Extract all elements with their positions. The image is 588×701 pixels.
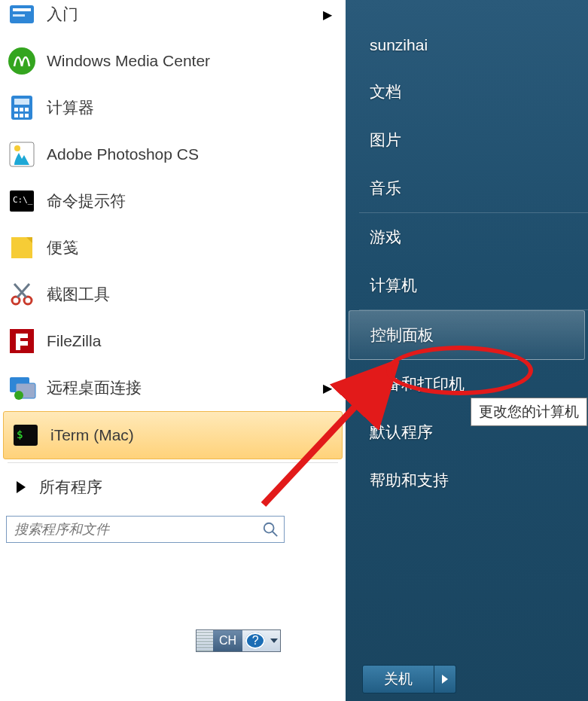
svg-rect-8 [20, 108, 23, 111]
language-bar[interactable]: CH ? [196, 629, 281, 652]
program-item-calculator[interactable]: 计算器 [0, 84, 346, 131]
grip-icon[interactable] [197, 630, 213, 651]
program-label: 远程桌面连接 [47, 377, 323, 398]
svg-rect-9 [25, 108, 29, 111]
program-label: 命令提示符 [47, 190, 340, 212]
wmc-icon [6, 45, 38, 77]
right-item-help[interactable]: 帮助和支持 [346, 456, 588, 504]
svg-rect-11 [20, 114, 23, 117]
help-icon[interactable]: ? [245, 632, 265, 649]
program-item-iterm[interactable]: $ iTerm (Mac) [3, 411, 343, 459]
rdp-icon [6, 372, 38, 404]
svg-rect-17 [11, 237, 32, 258]
search-box[interactable] [6, 516, 285, 543]
svg-rect-10 [14, 114, 18, 117]
separator [8, 462, 338, 463]
right-item-pictures[interactable]: 图片 [346, 116, 588, 164]
right-user[interactable]: sunzihai [346, 23, 588, 68]
svg-line-27 [273, 532, 277, 536]
program-item-photoshop[interactable]: Adobe Photoshop CS [0, 131, 346, 178]
program-item-rdp[interactable]: 远程桌面连接 ▶ [0, 364, 346, 411]
program-item-snip[interactable]: 截图工具 [0, 271, 346, 318]
program-item-filezilla[interactable]: FileZilla [0, 318, 346, 364]
snip-icon [6, 279, 38, 310]
iterm-icon: $ [10, 419, 41, 451]
tooltip: 更改您的计算机 [471, 398, 587, 426]
program-label: 截图工具 [47, 284, 340, 305]
start-menu-left: UC浏览器 入门 ▶ Windows Media Center 计算器 [0, 0, 346, 701]
svg-rect-2 [13, 8, 31, 11]
svg-point-26 [264, 523, 274, 533]
intro-icon [6, 0, 38, 30]
dropdown-icon[interactable] [268, 630, 280, 651]
program-item-wmc[interactable]: Windows Media Center [0, 38, 346, 84]
right-item-documents[interactable]: 文档 [346, 68, 588, 116]
program-item-intro[interactable]: 入门 ▶ [0, 0, 346, 38]
program-label: Adobe Photoshop CS [47, 145, 340, 163]
program-label: Windows Media Center [47, 52, 340, 70]
svg-text:$: $ [17, 428, 23, 440]
svg-rect-12 [25, 114, 29, 117]
right-item-control-panel[interactable]: 控制面板 [349, 310, 585, 360]
svg-text:C:\_: C:\_ [13, 195, 33, 205]
submenu-arrow-icon: ▶ [323, 8, 332, 22]
search-input[interactable] [7, 519, 260, 541]
search-icon [260, 519, 281, 540]
right-item-computer[interactable]: 计算机 [346, 261, 588, 309]
photoshop-icon [6, 139, 38, 170]
svg-point-14 [14, 145, 20, 151]
right-item-games[interactable]: 游戏 [346, 213, 588, 261]
search-wrap [0, 511, 346, 547]
all-programs-label: 所有程序 [39, 477, 102, 498]
shutdown-group: 关机 [362, 665, 456, 693]
svg-point-4 [8, 47, 35, 75]
svg-rect-3 [13, 14, 25, 17]
start-menu-right: sunzihai 文档 图片 音乐 游戏 计算机 控制面板 设备和打印机 默认程… [346, 0, 588, 701]
right-item-music[interactable]: 音乐 [346, 164, 588, 212]
program-label: 便笺 [47, 237, 340, 258]
shutdown-button[interactable]: 关机 [362, 665, 434, 693]
svg-rect-6 [14, 99, 29, 105]
program-item-cmd[interactable]: C:\_ 命令提示符 [0, 178, 346, 224]
svg-point-23 [14, 391, 23, 400]
triangle-right-icon [442, 675, 448, 684]
program-label: iTerm (Mac) [50, 426, 336, 444]
all-programs-button[interactable]: 所有程序 [0, 466, 346, 508]
program-label: 入门 [47, 4, 323, 25]
sticky-notes-icon [6, 232, 38, 264]
triangle-right-icon [17, 481, 26, 493]
submenu-arrow-icon: ▶ [323, 381, 332, 395]
filezilla-icon [6, 325, 38, 357]
calculator-icon [6, 92, 38, 123]
shutdown-more-button[interactable] [434, 665, 456, 693]
svg-rect-7 [14, 108, 18, 111]
program-label: FileZilla [47, 332, 340, 350]
program-item-sticky-notes[interactable]: 便笺 [0, 224, 346, 271]
cmd-icon: C:\_ [6, 185, 38, 217]
program-label: 计算器 [47, 97, 340, 118]
language-indicator[interactable]: CH [213, 630, 242, 651]
